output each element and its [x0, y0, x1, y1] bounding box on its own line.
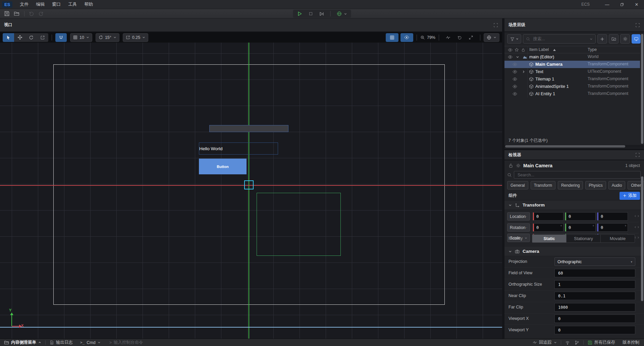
table-row-world[interactable]: main (Editor) World [504, 53, 640, 61]
rotation-y-input[interactable] [568, 224, 591, 231]
network-icon[interactable] [565, 340, 570, 345]
location-z-input[interactable] [600, 213, 624, 220]
menu-tools[interactable]: 工具 [68, 1, 77, 7]
source-control-icon[interactable] [575, 340, 579, 345]
field-of-view-input[interactable] [557, 269, 631, 277]
snap-toggle-button[interactable] [55, 33, 67, 42]
new-folder-button[interactable] [609, 34, 619, 44]
reset-view-button[interactable] [454, 33, 465, 42]
link-axes-icon[interactable] [634, 225, 639, 230]
menu-window[interactable]: 窗口 [52, 1, 61, 7]
console-command-input[interactable]: > 输入控制台命令 [109, 340, 143, 345]
expand-panel-icon[interactable] [493, 23, 498, 27]
tab-audio[interactable]: Audio [608, 181, 626, 189]
table-row-text[interactable]: Text UITextComponent [504, 68, 640, 75]
rotation-dropdown[interactable]: Rotation [507, 223, 530, 232]
projection-dropdown[interactable]: Orthographic ▾ [554, 257, 635, 266]
row-label[interactable]: AI Entity 1 [535, 91, 555, 96]
link-axes-icon[interactable] [634, 214, 639, 219]
angle-snap-dropdown[interactable]: 15° [96, 33, 119, 42]
panel-splitter[interactable] [502, 18, 504, 339]
rotation-x-input[interactable] [536, 224, 559, 231]
row-label[interactable]: AnimatedSprite 1 [535, 84, 569, 89]
mobility-stationary[interactable]: Stationary [567, 235, 601, 242]
column-item-label[interactable]: Item Label [529, 47, 549, 52]
lock-icon[interactable] [508, 163, 513, 168]
gear-icon[interactable] [516, 163, 521, 168]
output-log-button[interactable]: 输出日志 [50, 340, 73, 345]
hierarchy-search-input[interactable] [532, 36, 588, 42]
rotate-tool-button[interactable] [25, 33, 37, 42]
row-label[interactable]: Main Camera [535, 62, 562, 67]
button-entity[interactable]: Button [199, 159, 247, 174]
camera-section-header[interactable]: Camera [504, 247, 644, 256]
runtime-view-button[interactable] [632, 34, 641, 44]
inspector-search-field[interactable] [514, 171, 641, 179]
version-control-button[interactable]: 版本控制 [623, 340, 639, 345]
lock-column-icon[interactable] [521, 48, 525, 52]
table-row-tilemap[interactable]: Tilemap 1 TransformComponent [504, 75, 640, 83]
tab-physics[interactable]: Physics [585, 181, 606, 189]
hierarchy-vscrollbar[interactable] [641, 34, 643, 144]
location-x-input[interactable] [536, 213, 559, 220]
expand-panel-icon[interactable] [635, 23, 640, 27]
location-dropdown[interactable]: Location [507, 212, 530, 221]
scale-tool-button[interactable] [37, 33, 48, 42]
stop-icon[interactable] [309, 11, 313, 16]
chevron-down-icon[interactable] [516, 55, 519, 59]
panel-entity[interactable] [209, 125, 288, 132]
star-column-icon[interactable] [515, 48, 519, 52]
add-component-button[interactable]: 添加 [620, 192, 640, 200]
hierarchy-settings-button[interactable] [620, 34, 630, 44]
location-y-input[interactable] [568, 213, 591, 220]
redo-icon[interactable] [38, 11, 44, 16]
minimize-button[interactable]: — [600, 2, 614, 7]
menu-edit[interactable]: 编辑 [36, 1, 45, 7]
menu-help[interactable]: 帮助 [84, 1, 93, 7]
inspector-vscrollbar[interactable] [641, 176, 643, 301]
world-view-dropdown[interactable] [484, 33, 499, 42]
show-grid-toggle[interactable] [386, 33, 398, 42]
restore-button[interactable] [614, 2, 629, 7]
stats-button[interactable] [442, 33, 454, 42]
mobility-movable[interactable]: Movable [601, 235, 635, 242]
table-row-animatedsprite[interactable]: AnimatedSprite 1 TransformComponent [504, 83, 640, 90]
retrace-dropdown[interactable]: 回追踪 [533, 340, 557, 345]
move-tool-button[interactable] [14, 33, 25, 42]
mobility-static[interactable]: Static [532, 235, 567, 242]
filter-button[interactable] [507, 34, 521, 44]
orthographic-size-input[interactable] [557, 281, 631, 288]
transform-section-header[interactable]: Transform [504, 200, 644, 210]
row-label[interactable]: Text [535, 69, 543, 74]
tab-rendering[interactable]: Rendering [558, 181, 583, 189]
expand-panel-icon[interactable] [635, 153, 640, 157]
grid-snap-dropdown[interactable]: 10 [70, 33, 92, 42]
rotation-z-input[interactable] [600, 224, 624, 231]
inspector-search-input[interactable] [517, 172, 638, 178]
scene-canvas[interactable]: Hello World Button Y X [0, 43, 502, 339]
tab-transform[interactable]: Transform [531, 181, 555, 189]
scale-snap-dropdown[interactable]: 0.25 [123, 33, 148, 42]
near-clip-input[interactable] [557, 292, 631, 300]
eye-icon[interactable] [513, 84, 517, 89]
open-folder-icon[interactable] [14, 11, 19, 16]
step-icon[interactable] [319, 11, 324, 16]
chevron-right-icon[interactable] [522, 70, 525, 73]
eye-icon[interactable] [508, 55, 513, 59]
save-icon[interactable] [4, 11, 10, 16]
far-clip-input[interactable] [557, 303, 631, 311]
zoom-control[interactable]: 79% [420, 35, 435, 40]
hierarchy-hscrollbar[interactable] [504, 145, 644, 148]
tab-general[interactable]: General [507, 181, 528, 189]
play-icon[interactable] [297, 11, 303, 16]
eye-icon[interactable] [513, 92, 517, 96]
select-tool-button[interactable] [3, 33, 14, 42]
undo-icon[interactable] [29, 11, 34, 16]
hierarchy-search[interactable] [523, 34, 596, 44]
table-row-ai-entity[interactable]: AI Entity 1 TransformComponent [504, 90, 640, 98]
text-entity[interactable]: Hello World [199, 142, 278, 155]
eye-icon[interactable] [513, 77, 517, 81]
app-logo[interactable]: ES [2, 1, 12, 8]
cmd-dropdown[interactable]: >_ Cmd [80, 340, 101, 345]
content-drawer-button[interactable]: 内容侧滑菜单 [4, 340, 41, 345]
